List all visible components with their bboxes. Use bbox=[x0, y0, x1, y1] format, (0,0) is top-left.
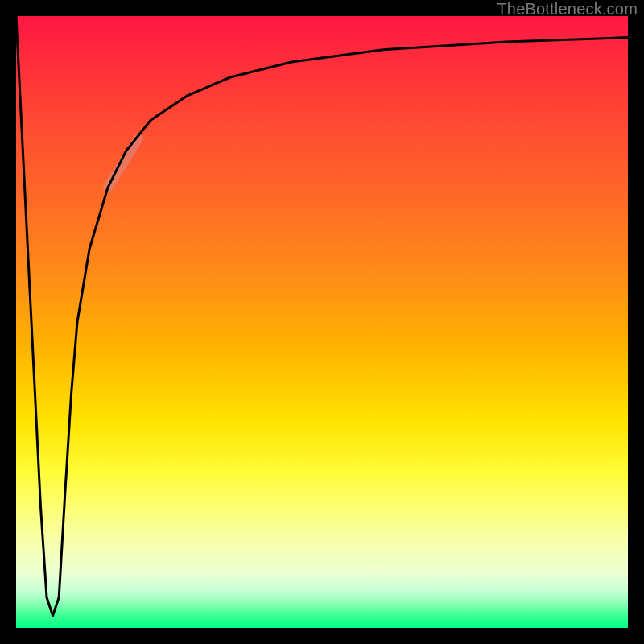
attribution-text: TheBottleneck.com bbox=[497, 0, 638, 19]
chart-frame: TheBottleneck.com bbox=[0, 0, 644, 644]
bottleneck-curve bbox=[16, 16, 628, 616]
plot-area bbox=[16, 16, 628, 628]
curve-layer bbox=[16, 16, 628, 628]
